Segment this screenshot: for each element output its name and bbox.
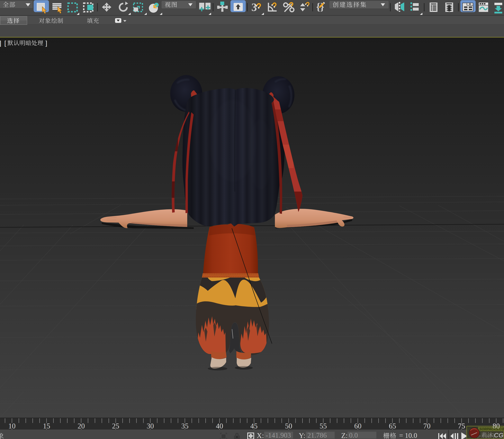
svg-text:35: 35	[181, 422, 189, 430]
svg-text:55: 55	[320, 422, 327, 430]
svg-text:70: 70	[423, 422, 431, 430]
svg-text:X:: X:	[257, 432, 264, 439]
svg-text:15: 15	[43, 422, 50, 430]
svg-text:[: [	[4, 39, 6, 47]
svg-text:CG: CG	[494, 432, 504, 439]
svg-text:= 10.0: = 10.0	[399, 432, 417, 439]
svg-text:30: 30	[147, 422, 154, 430]
svg-text:60: 60	[354, 422, 362, 430]
svg-text:Y:: Y:	[299, 432, 305, 439]
svg-text:]: ]	[45, 39, 47, 47]
svg-text:0.0: 0.0	[349, 431, 358, 439]
svg-text:40: 40	[216, 422, 223, 430]
svg-text:Z:: Z:	[341, 432, 348, 439]
svg-text:10: 10	[8, 422, 16, 430]
svg-text:45: 45	[250, 422, 258, 430]
svg-text:65: 65	[389, 422, 396, 430]
svg-text:25: 25	[112, 422, 119, 430]
svg-text:21.786: 21.786	[307, 431, 327, 439]
svg-text:-141.903: -141.903	[266, 431, 291, 439]
svg-text:80: 80	[493, 422, 500, 430]
svg-text:SORPACKS.COM: SORPACKS.COM	[479, 427, 504, 431]
svg-text:75: 75	[458, 422, 465, 430]
svg-text:3: 3	[251, 1, 257, 13]
svg-text:20: 20	[78, 422, 85, 430]
svg-text:]: ]	[0, 39, 1, 47]
svg-text:50: 50	[285, 422, 292, 430]
